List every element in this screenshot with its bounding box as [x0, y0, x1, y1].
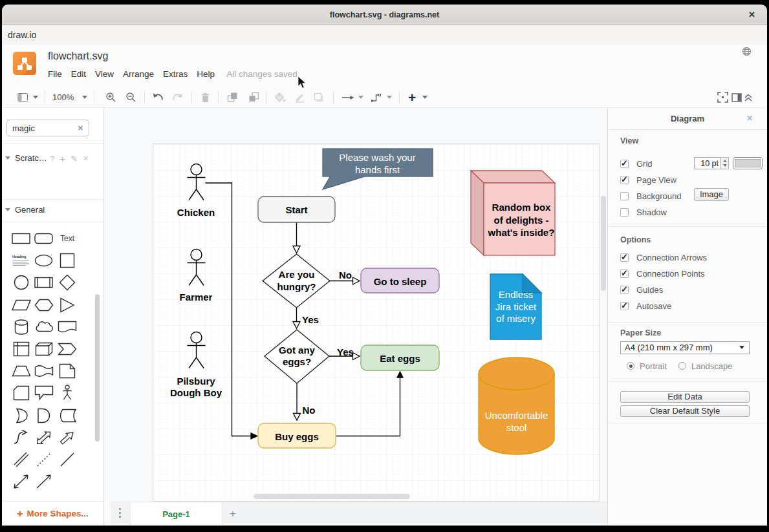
connection-style-icon[interactable] — [341, 87, 355, 107]
format-panel-title[interactable]: Diagram — [608, 114, 767, 123]
grid-checkbox[interactable] — [620, 160, 629, 168]
grid-color-button[interactable] — [733, 157, 763, 169]
portrait-radio[interactable] — [627, 362, 634, 370]
shape-text[interactable]: Text — [56, 228, 79, 250]
edge-start-hungry[interactable] — [293, 222, 300, 253]
guides-checkbox[interactable] — [620, 286, 629, 294]
insert-caret[interactable] — [422, 87, 428, 107]
canvas[interactable]: Please wash yourhands first Start Are yo… — [104, 108, 607, 502]
format-panel-toggle-icon[interactable] — [731, 87, 742, 107]
shape-bidirectional-arrow[interactable] — [33, 427, 56, 449]
actor-pilsbury[interactable] — [188, 332, 206, 368]
zoom-out-icon[interactable] — [125, 87, 136, 107]
node-got-any-eggs[interactable]: Got anyeggs? — [265, 330, 329, 383]
shape-cylinder[interactable] — [10, 316, 33, 338]
shape-circle[interactable] — [10, 271, 33, 293]
shape-cloud[interactable] — [33, 316, 56, 338]
shape-tape[interactable] — [33, 360, 56, 382]
menu-arrange[interactable]: Arrange — [123, 69, 154, 79]
canvas-vertical-scrollbar[interactable] — [601, 196, 606, 291]
fill-color-icon[interactable] — [274, 87, 286, 107]
zoom-level[interactable]: 100% — [52, 87, 74, 107]
shape-or[interactable] — [10, 405, 33, 427]
node-go-to-sleep[interactable]: Go to sleep — [361, 268, 439, 293]
grid-size-input[interactable]: 10 pt — [694, 157, 721, 169]
background-checkbox[interactable] — [620, 192, 629, 200]
edge-hungry-eggs[interactable] — [293, 308, 300, 328]
window-close-button[interactable]: ✕ — [748, 10, 755, 19]
view-mode-button[interactable] — [17, 87, 28, 107]
scratchpad-section-header[interactable]: Scratc… — [5, 153, 47, 163]
shape-triangle[interactable] — [56, 294, 79, 316]
shape-actor[interactable] — [56, 382, 79, 404]
undo-icon[interactable] — [152, 87, 164, 107]
shape-hexagon[interactable] — [33, 294, 56, 316]
shape-step[interactable] — [56, 338, 79, 360]
menu-extras[interactable]: Extras — [163, 69, 188, 79]
shape-stool-cylinder[interactable]: Uncomfortablestool — [479, 357, 554, 454]
delete-icon[interactable] — [200, 87, 210, 107]
menu-view[interactable]: View — [95, 69, 114, 79]
shape-square[interactable] — [56, 250, 79, 271]
pages-menu-icon[interactable] — [119, 508, 121, 518]
node-are-you-hungry[interactable]: Are youhungry? — [263, 254, 330, 308]
to-back-icon[interactable] — [248, 87, 259, 107]
shape-trapezoid[interactable] — [10, 360, 33, 382]
node-start[interactable]: Start — [258, 197, 335, 222]
callout-wash-hands[interactable]: Please wash yourhands first — [323, 149, 433, 189]
shape-thin-arrow[interactable] — [33, 471, 56, 493]
scratchpad-add-icon[interactable]: + — [60, 153, 65, 164]
shape-internal-storage[interactable] — [10, 338, 33, 360]
shape-rounded-rectangle[interactable] — [33, 228, 56, 250]
shape-search-input[interactable]: magic ✕ — [6, 120, 89, 136]
shape-card[interactable] — [10, 382, 33, 404]
landscape-radio[interactable] — [678, 362, 686, 370]
shape-curve[interactable] — [10, 427, 33, 449]
menu-help[interactable]: Help — [197, 69, 215, 79]
page-tab[interactable]: Page-1 — [130, 502, 222, 526]
insert-icon[interactable]: + — [408, 87, 416, 107]
shape-rectangle[interactable] — [10, 228, 33, 250]
more-shapes-button[interactable]: + More Shapes... — [2, 501, 103, 526]
shape-dotted-line[interactable] — [33, 449, 56, 471]
shape-callout[interactable] — [33, 382, 56, 404]
node-eat-eggs[interactable]: Eat eggs — [361, 345, 439, 370]
connection-arrows-checkbox[interactable] — [620, 253, 629, 262]
actor-farmer[interactable] — [188, 250, 206, 286]
page-view-checkbox[interactable] — [620, 176, 629, 184]
general-section-header[interactable]: General — [5, 205, 45, 215]
shape-document[interactable] — [56, 316, 79, 338]
shape-bidirectional-thin-arrow[interactable] — [10, 471, 33, 493]
scratchpad-help-icon[interactable]: ? — [50, 154, 54, 164]
edge-eggs-buy[interactable] — [294, 383, 301, 420]
sidebar-scrollbar[interactable] — [95, 294, 100, 442]
connection-style-caret[interactable] — [358, 87, 363, 107]
actor-chicken[interactable] — [188, 164, 206, 200]
shape-line[interactable] — [56, 449, 79, 471]
scratchpad-edit-icon[interactable]: ✎ — [70, 154, 78, 164]
shadow-checkbox[interactable] — [620, 208, 629, 217]
shape-note[interactable] — [56, 360, 79, 382]
shape-double-line[interactable] — [10, 449, 33, 471]
shape-diamond[interactable] — [56, 271, 79, 293]
collapse-toolbar-icon[interactable] — [744, 87, 753, 107]
edge-chicken-buy[interactable] — [206, 183, 258, 439]
zoom-level-caret[interactable] — [82, 87, 87, 107]
shape-jira-note[interactable]: EndlessJira ticketof misery — [490, 274, 541, 339]
shape-process[interactable] — [33, 271, 56, 293]
add-page-icon[interactable]: + — [225, 506, 241, 522]
shape-data-storage[interactable] — [56, 405, 79, 427]
edit-data-button[interactable]: Edit Data — [620, 391, 750, 403]
waypoint-style-icon[interactable] — [371, 87, 382, 107]
shape-cube[interactable] — [33, 338, 56, 360]
paper-size-select[interactable]: A4 (210 mm x 297 mm) — [620, 341, 750, 354]
autosave-checkbox[interactable] — [620, 302, 629, 310]
scratchpad-close-icon[interactable]: ✕ — [83, 154, 89, 163]
shape-heading[interactable]: Heading — [10, 250, 33, 271]
canvas-horizontal-scrollbar[interactable] — [254, 494, 410, 499]
view-mode-caret[interactable] — [33, 87, 38, 107]
background-image-button[interactable]: Image — [694, 188, 729, 201]
waypoint-style-caret[interactable] — [387, 87, 392, 107]
to-front-icon[interactable] — [227, 87, 238, 107]
shape-random-box[interactable]: Random boxof delights -what's inside? — [471, 171, 555, 255]
